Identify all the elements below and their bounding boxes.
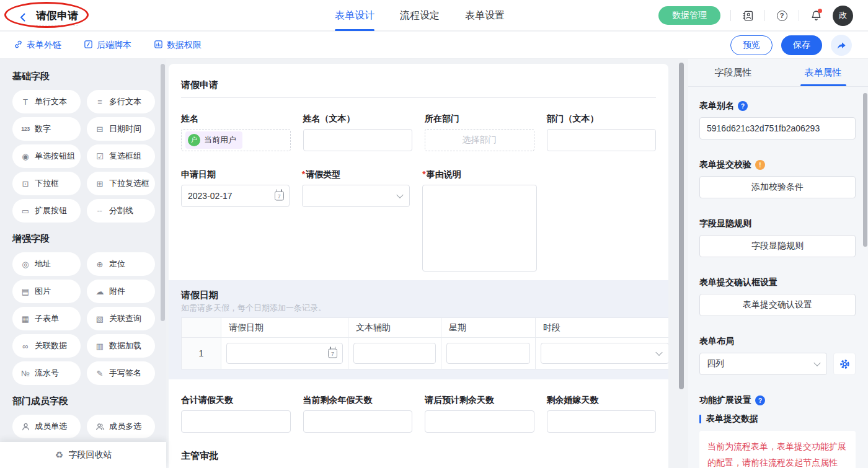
add-validation-button[interactable]: 添加校验条件 [699,176,856,198]
sidebar-scrollbar[interactable] [161,64,165,321]
sum-field-input[interactable] [181,410,291,433]
number-icon: 123 [20,126,30,132]
canvas-scrollbar[interactable] [679,63,684,389]
save-button[interactable]: 保存 [781,35,822,55]
panel-tab-表单属性[interactable]: 表单属性 [778,59,868,86]
tab-表单设置[interactable]: 表单设置 [465,0,505,31]
help-icon[interactable]: ? [755,395,765,405]
field-department-text[interactable]: 部门（文本） [547,113,657,151]
toolbar-link-label: 后端脚本 [97,40,131,51]
layout-select[interactable]: 四列 [699,353,827,375]
sidebar-item-datetime[interactable]: ⊟日期时间 [87,117,155,141]
field-label: 申请日期 [181,169,290,180]
sidebar-item-member-single[interactable]: 成员单选 [12,415,81,438]
sidebar-item-image[interactable]: ▤图片 [12,280,81,303]
field-remaining-annual[interactable]: 当前剩余年假天数 [303,394,413,433]
serial-number-icon: № [20,369,30,378]
dropdown-icon: ⊡ [20,179,30,188]
avatar[interactable]: 政 [833,6,853,26]
contacts-icon[interactable] [741,9,755,22]
subform-text-input[interactable] [446,343,530,364]
sidebar-item-address[interactable]: ◎地址 [12,252,81,276]
field-name-text[interactable]: 姓名（文本） [303,113,413,151]
panel-tab-字段属性[interactable]: 字段属性 [688,59,778,86]
field-leave-type[interactable]: *请假类型 [302,169,410,207]
sidebar-item-member-multi[interactable]: 成员多选 [87,415,155,438]
help-icon[interactable]: ? [738,101,748,111]
sidebar-item-signature[interactable]: ✎手写签名 [87,361,155,385]
subform-col-header: 星期 [441,318,536,338]
share-button[interactable] [831,35,852,56]
sidebar-item-multi-dropdown[interactable]: ⊞下拉复选框 [87,172,155,195]
name-text-input[interactable] [303,129,413,151]
group-label: 表单别名 [699,100,734,112]
bell-icon[interactable] [809,9,823,22]
field-label: 剩余婚嫁天数 [547,394,657,405]
sidebar-item-label: 下拉复选框 [109,178,149,189]
sidebar-item-data-load[interactable]: ▥数据加载 [87,334,155,358]
sidebar-item-linked-data[interactable]: ∞关联数据 [12,334,81,358]
toolbar-link-external-link[interactable]: 表单外链 [14,32,61,59]
tab-表单设计[interactable]: 表单设计 [335,0,374,31]
sidebar-item-checkbox-group[interactable]: ☑复选框组 [87,144,155,168]
leave-type-select[interactable] [302,185,410,207]
sidebar-item-label: 图片 [35,286,51,297]
top-header: 请假申请 表单设计流程设定表单设置 数据管理 ? 政 [0,0,868,31]
subform-select[interactable] [541,343,668,364]
field-department[interactable]: 所在部门 选择部门 [425,113,534,151]
field-name[interactable]: 姓名 户 当前用户 [181,113,291,151]
tab-流程设定[interactable]: 流程设定 [400,0,440,31]
sidebar-item-label: 分割线 [109,205,133,216]
sidebar-item-serial-number[interactable]: №流水号 [12,361,81,385]
field-label: 当前剩余年假天数 [303,394,413,405]
sidebar-item-subform[interactable]: ▦子表单 [12,307,81,330]
field-library-sidebar: 基础字段T单行文本≡多行文本123数字⊟日期时间◉单选按钮组☑复选框组⊡下拉框⊞… [0,59,166,468]
field-label: 部门（文本） [547,113,657,124]
sidebar-item-extend-button[interactable]: ▭扩展按钮 [12,199,81,223]
sidebar-item-location[interactable]: ⊕定位 [87,252,155,276]
toolbar-link-backend-script[interactable]: 后端脚本 [84,32,131,59]
sidebar-item-linked-query[interactable]: ▧关联查询 [87,307,155,330]
subform-text-input[interactable] [353,343,436,364]
sidebar-item-number[interactable]: 123数字 [12,117,81,141]
panel-scrollbar[interactable] [863,93,867,247]
subform-date-wrap: 7 [226,343,343,364]
sidebar-item-attachment[interactable]: ☁附件 [87,280,155,303]
form-alias-input[interactable] [699,117,856,139]
toolbar-link-data-permission[interactable]: 数据权限 [154,32,202,59]
field-total-days[interactable]: 合计请假天数 [181,394,291,433]
sum-field-input[interactable] [547,410,657,433]
field-apply-date[interactable]: 申请日期 7 [181,169,290,207]
sum-fields-row: 合计请假天数当前剩余年假天数请后预计剩余天数剩余婚嫁天数 [181,394,656,433]
help-icon[interactable]: ? [775,9,789,22]
field-reason[interactable]: *事由说明 [422,169,535,272]
leave-dates-subform[interactable]: 请假日期 如需请多天假，每个日期添加一条记录。 请假日期文本辅助星期时段 17 [169,280,668,379]
reason-textarea[interactable] [422,185,537,272]
sidebar-item-multi-line-text[interactable]: ≡多行文本 [87,90,155,113]
sidebar-item-divider[interactable]: ╌分割线 [87,199,155,223]
field-predicted-remaining[interactable]: 请后预计剩余天数 [425,394,534,433]
page-title[interactable]: 请假申请 [36,9,78,25]
sidebar-item-radio-group[interactable]: ◉单选按钮组 [12,144,81,168]
chevron-left-icon [18,12,28,22]
sum-field-input[interactable] [303,410,413,433]
layout-settings-button[interactable] [833,353,856,375]
sum-field-input[interactable] [425,410,534,433]
submit-confirm-button[interactable]: 表单提交确认设置 [699,294,856,316]
back-button[interactable] [16,11,30,24]
field-recycle-bin-button[interactable]: ♻ 字段回收站 [0,442,166,468]
subform-date-input[interactable] [226,343,343,364]
field-label: 请后预计剩余天数 [425,394,534,405]
preview-button[interactable]: 预览 [730,35,773,55]
sidebar-item-dropdown[interactable]: ⊡下拉框 [12,172,81,195]
sidebar-item-label: 子表单 [35,313,59,324]
department-text-input[interactable] [547,129,657,151]
field-remaining-marriage[interactable]: 剩余婚嫁天数 [547,394,657,433]
form-canvas: 请假申请 姓名 户 当前用户 姓名（文本） 所在部门 选择部门 [169,64,668,468]
sub-toolbar: 表单外链后端脚本数据权限 预览 保存 [0,32,868,59]
subform-hint: 如需请多天假，每个日期添加一条记录。 [181,302,656,314]
apply-date-input[interactable] [181,185,290,207]
sidebar-item-single-line-text[interactable]: T单行文本 [12,90,81,113]
data-manage-button[interactable]: 数据管理 [658,6,720,25]
field-visibility-button[interactable]: 字段显隐规则 [699,235,856,257]
